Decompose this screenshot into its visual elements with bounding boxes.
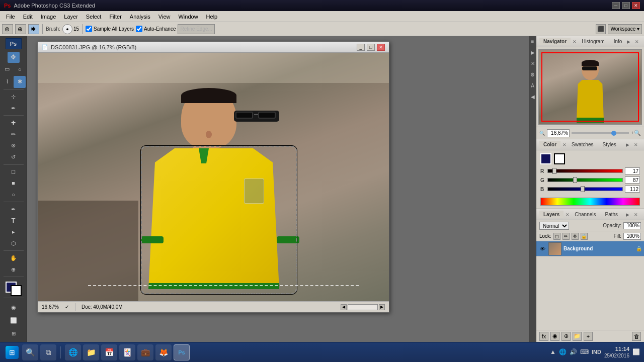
scroll-left-btn[interactable]: ◀ <box>341 304 347 310</box>
color-fg-swatch[interactable] <box>540 153 551 164</box>
auto-enhance-check[interactable]: Auto-Enhance <box>136 26 176 32</box>
navigator-thumbnail[interactable] <box>538 49 642 125</box>
tab-styles[interactable]: Styles <box>598 141 620 148</box>
close-btn[interactable]: ✕ <box>632 2 640 9</box>
taskbar-calendar-btn[interactable]: 📅 <box>101 344 117 360</box>
heal-tool[interactable]: ✚ <box>8 117 20 128</box>
maximize-btn[interactable]: □ <box>622 2 630 9</box>
text-tool[interactable]: T <box>8 215 20 226</box>
strip-icon-4[interactable]: ⚙ <box>530 71 536 77</box>
tool-icon-2[interactable]: ⊕ <box>15 24 26 34</box>
menu-analysis[interactable]: Analysis <box>126 13 154 21</box>
strip-icon-5[interactable]: A <box>530 82 536 88</box>
zoom-out-icon[interactable]: 🔍 <box>539 131 545 136</box>
tab-navigator[interactable]: Navigator <box>539 38 571 45</box>
move-tool[interactable]: ✥ <box>8 52 20 63</box>
dodge-tool[interactable]: ○ <box>8 189 20 200</box>
crop-tool[interactable]: ⊹ <box>8 92 20 103</box>
g-slider-track[interactable] <box>547 178 623 182</box>
navigator-expand-btn[interactable]: ▶ <box>627 39 634 45</box>
quick-select-tool[interactable]: ✱ <box>14 76 26 88</box>
r-slider-thumb[interactable] <box>552 168 556 174</box>
tab-layers[interactable]: Layers <box>539 211 564 218</box>
menu-edit[interactable]: Edit <box>19 13 37 21</box>
tab-color[interactable]: Color <box>539 141 560 148</box>
layer-visibility-toggle[interactable]: 👁 <box>538 245 546 253</box>
navigator-tab-close[interactable]: ✕ <box>573 39 577 44</box>
g-slider-thumb[interactable] <box>573 177 577 183</box>
lock-position-btn[interactable]: ✥ <box>572 233 579 240</box>
tab-histogram[interactable]: Histogram <box>578 38 609 45</box>
layer-style-btn[interactable]: fx <box>539 332 548 341</box>
menu-filter[interactable]: Filter <box>105 13 125 21</box>
tool-icon-1[interactable]: ⊚ <box>2 24 13 34</box>
doc-minimize-btn[interactable]: _ <box>357 44 365 51</box>
taskbar-briefcase-btn[interactable]: 💼 <box>137 344 153 360</box>
layer-background[interactable]: 👁 Background 🔒 <box>536 241 644 256</box>
screen-mode-btn[interactable]: ⬛ <box>596 24 606 34</box>
background-color[interactable] <box>11 285 22 296</box>
lasso-tool[interactable]: ⌇ <box>1 76 13 88</box>
network-icon[interactable]: 🌐 <box>559 348 567 355</box>
menu-window[interactable]: Window <box>174 13 202 21</box>
taskbar-search-btn[interactable]: 🔍 <box>22 344 38 360</box>
hand-tool[interactable]: ✋ <box>8 252 20 263</box>
menu-layer[interactable]: Layer <box>60 13 82 21</box>
taskbar-explorer-btn[interactable]: 📁 <box>83 344 99 360</box>
eraser-tool[interactable]: ◻ <box>8 166 20 177</box>
workspace-btn[interactable]: Workspace ▾ <box>608 24 642 34</box>
layers-close-btn[interactable]: ✕ <box>634 212 641 218</box>
shape-tool[interactable]: ⬡ <box>8 238 20 249</box>
strip-icon-6[interactable]: ◀ <box>530 94 536 100</box>
menu-file[interactable]: File <box>2 13 19 21</box>
path-selection-tool[interactable]: ▸ <box>8 227 20 238</box>
sample-all-layers-check[interactable]: Sample All Layers <box>86 26 134 32</box>
layer-adj-btn[interactable]: ⊕ <box>561 332 571 341</box>
menu-select[interactable]: Select <box>82 13 106 21</box>
screen-mode-full[interactable]: ⊞ <box>8 328 20 340</box>
language-indicator[interactable]: IND <box>592 349 601 355</box>
b-slider-track[interactable] <box>547 187 623 191</box>
opacity-input[interactable]: 100% <box>623 222 641 229</box>
tab-channels[interactable]: Channels <box>571 211 600 218</box>
blend-mode-select[interactable]: Normal <box>539 222 569 230</box>
color-panel-close[interactable]: ✕ <box>634 142 641 148</box>
zoom-in-icon[interactable]: +🔍 <box>631 130 641 136</box>
new-layer-btn[interactable]: + <box>584 332 593 341</box>
minimize-btn[interactable]: ─ <box>612 2 620 9</box>
quick-mask-mode[interactable]: ◉ <box>8 302 20 314</box>
r-value-input[interactable]: 17 <box>625 167 640 174</box>
zoom-slider-thumb[interactable] <box>611 131 616 136</box>
lock-pixels-btn[interactable]: ✏ <box>562 233 570 240</box>
r-slider-track[interactable] <box>547 169 623 173</box>
ps-logo-btn[interactable]: Ps <box>6 38 22 49</box>
eyedropper-tool[interactable]: ✒ <box>8 103 20 114</box>
zoom-tool[interactable]: ⊕ <box>8 264 20 275</box>
ellipse-select-tool[interactable]: ○ <box>14 63 26 75</box>
screen-mode[interactable]: ⬜ <box>8 315 20 327</box>
show-desktop-btn[interactable]: ⬜ <box>632 348 640 355</box>
taskbar-cards-btn[interactable]: 🃏 <box>119 344 135 360</box>
doc-close-btn[interactable]: ✕ <box>377 44 385 51</box>
b-slider-thumb[interactable] <box>581 186 585 192</box>
start-button[interactable]: ⊞ <box>4 344 20 360</box>
layer-group-btn[interactable]: 📁 <box>573 332 582 341</box>
document-canvas[interactable] <box>38 53 389 301</box>
refine-edge-btn[interactable]: Refine Edge... <box>178 24 214 34</box>
doc-maximize-btn[interactable]: □ <box>367 44 375 51</box>
taskbar-photoshop-btn[interactable]: Ps <box>174 344 190 360</box>
tab-info[interactable]: Info <box>610 38 626 45</box>
brush-tool[interactable]: ✏ <box>8 129 20 140</box>
menu-image[interactable]: Image <box>37 13 60 21</box>
tab-swatches[interactable]: Swatches <box>568 141 597 148</box>
lock-transparent-btn[interactable]: ◻ <box>553 233 560 240</box>
taskbar-firefox-btn[interactable]: 🦊 <box>155 344 172 360</box>
scroll-right-btn[interactable]: ▶ <box>379 304 385 310</box>
menu-view[interactable]: View <box>154 13 175 21</box>
color-spectrum-bar[interactable] <box>540 198 640 206</box>
strip-icon-1[interactable]: ≡ <box>530 38 536 44</box>
lock-all-btn[interactable]: 🔒 <box>581 233 588 240</box>
brush-preview[interactable]: ● <box>62 24 72 34</box>
rect-select-tool[interactable]: ▭ <box>1 63 13 75</box>
color-tab-close[interactable]: ✕ <box>562 142 567 147</box>
